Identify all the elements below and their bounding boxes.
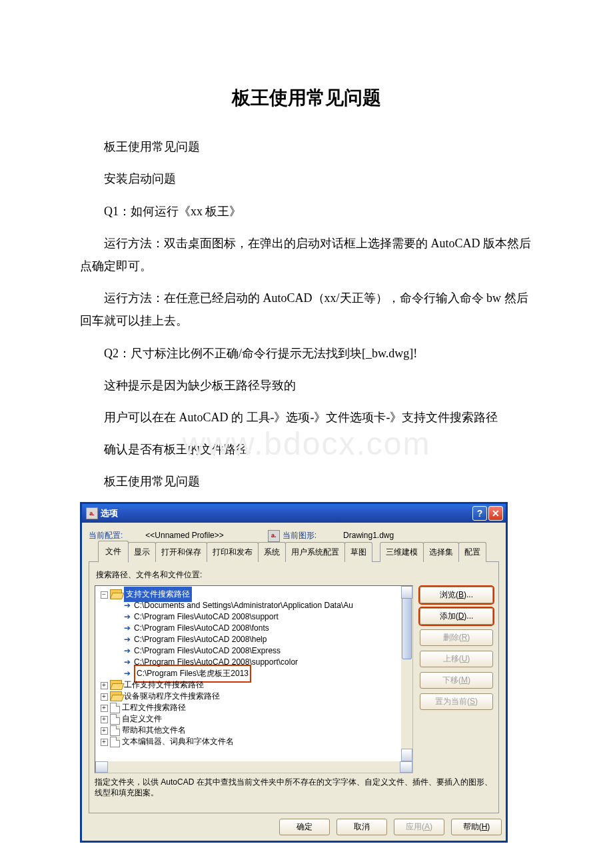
tree-label: 文本编辑器、词典和字体文件名: [122, 734, 234, 749]
drawing-value: Drawing1.dwg: [343, 528, 394, 543]
profile-value: <<Unnamed Profile>>: [145, 528, 223, 543]
file-icon: [110, 725, 120, 736]
paragraph: 这种提示是因为缺少板王路径导致的: [80, 374, 533, 397]
expand-icon[interactable]: +: [101, 682, 108, 689]
side-buttons: 浏览(B)... 添加(D)... 删除(R) 上移(U) 下移(M) 置为当前…: [420, 585, 493, 710]
dialog-body: 当前配置: <<Unnamed Profile>> a. 当前图形: Drawi…: [82, 523, 506, 816]
close-icon[interactable]: ✕: [488, 506, 503, 521]
remove-button[interactable]: 删除(R): [420, 629, 493, 646]
tab-system[interactable]: 系统: [258, 542, 286, 562]
cancel-button[interactable]: 取消: [336, 819, 387, 835]
titlebar: a. 选项 ? ✕: [82, 504, 506, 523]
options-dialog: a. 选项 ? ✕ 当前配置: <<Unnamed Profile>> a. 当…: [80, 502, 508, 843]
panel-title: 搜索路径、文件名和文件位置:: [95, 565, 493, 585]
set-current-button[interactable]: 置为当前(S): [420, 693, 493, 710]
page-title: 板王使用常见问题: [80, 80, 533, 115]
paragraph: 安装启动问题: [80, 167, 533, 190]
tab-plot[interactable]: 打印和发布: [207, 542, 259, 562]
bottom-buttons: 确定 取消 应用(A) 帮助(H): [82, 816, 506, 841]
folder-open-icon: [110, 691, 122, 701]
expand-icon[interactable]: +: [101, 739, 108, 746]
drawing-icon: a.: [268, 530, 280, 542]
paragraph: 用户可以在在 AutoCAD 的 工具-》选项-》文件选项卡-》支持文件搜索路径: [80, 406, 533, 429]
expand-icon[interactable]: +: [101, 716, 108, 723]
paragraph: Q1：如何运行《xx 板王》: [80, 200, 533, 223]
paragraph: 运行方法：双击桌面图标，在弹出的启动对话框上选择需要的 AutoCAD 版本然后…: [80, 232, 533, 277]
paragraph: 运行方法：在任意已经启动的 AutoCAD（xx/天正等），命令行输入命令 bw…: [80, 287, 533, 332]
browse-button[interactable]: 浏览(B)...: [420, 587, 493, 603]
help-icon[interactable]: ?: [472, 506, 487, 521]
tab-display[interactable]: 显示: [128, 542, 156, 562]
expand-icon[interactable]: +: [101, 727, 108, 735]
paragraph: Q2：尺寸标注比例不正确/命令行提示无法找到块[_bw.dwg]!: [80, 342, 533, 365]
tab-selection[interactable]: 选择集: [423, 542, 459, 562]
tab-files[interactable]: 文件: [98, 541, 129, 563]
paragraph: 确认是否有板王的文件路径.: [80, 438, 533, 461]
tabstrip: 文件 显示 打开和保存 打印和发布 系统 用户系统配置 草图 三维建模 选择集 …: [89, 547, 499, 562]
move-down-button[interactable]: 下移(M): [420, 672, 493, 689]
file-icon: [110, 714, 120, 725]
vertical-scrollbar[interactable]: [401, 586, 412, 761]
drawing-label: 当前图形:: [283, 528, 316, 543]
folder-open-icon: [110, 680, 122, 690]
move-up-button[interactable]: 上移(U): [420, 651, 493, 667]
help-button[interactable]: 帮助(H): [451, 819, 502, 835]
tree-node-folder[interactable]: +文本编辑器、词典和字体文件名: [98, 736, 413, 747]
apply-button[interactable]: 应用(A): [394, 819, 444, 835]
path-tree[interactable]: − 支持文件搜索路径 ➔C:\Documents and Settings\Ad…: [95, 585, 413, 773]
dialog-title: 选项: [101, 505, 118, 522]
expand-icon[interactable]: +: [101, 705, 108, 712]
ok-button[interactable]: 确定: [279, 819, 330, 835]
expand-icon[interactable]: +: [101, 693, 108, 701]
tab-draft[interactable]: 草图: [344, 542, 372, 562]
file-icon: [110, 737, 120, 747]
tab-3d[interactable]: 三维建模: [380, 542, 424, 562]
horizontal-scrollbar[interactable]: [95, 761, 412, 773]
paragraph: 板王使用常见问题: [80, 135, 533, 158]
add-button[interactable]: 添加(D)...: [420, 608, 493, 625]
scrollbar-thumb[interactable]: [402, 598, 412, 659]
collapse-icon[interactable]: −: [101, 591, 108, 599]
folder-open-icon: [110, 589, 122, 599]
file-icon: [110, 703, 120, 713]
tab-profiles[interactable]: 配置: [458, 542, 486, 562]
tab-userpref[interactable]: 用户系统配置: [285, 542, 345, 562]
tab-opensave[interactable]: 打开和保存: [155, 542, 207, 562]
description-text: 指定文件夹，以供 AutoCAD 在其中查找当前文件夹中所不存在的文字字体、自定…: [95, 773, 493, 809]
files-panel: 搜索路径、文件名和文件位置: − 支持文件搜索路径 ➔C:\Documents …: [89, 561, 499, 813]
app-icon: a.: [86, 507, 98, 519]
paragraph: 板王使用常见问题: [80, 470, 533, 493]
